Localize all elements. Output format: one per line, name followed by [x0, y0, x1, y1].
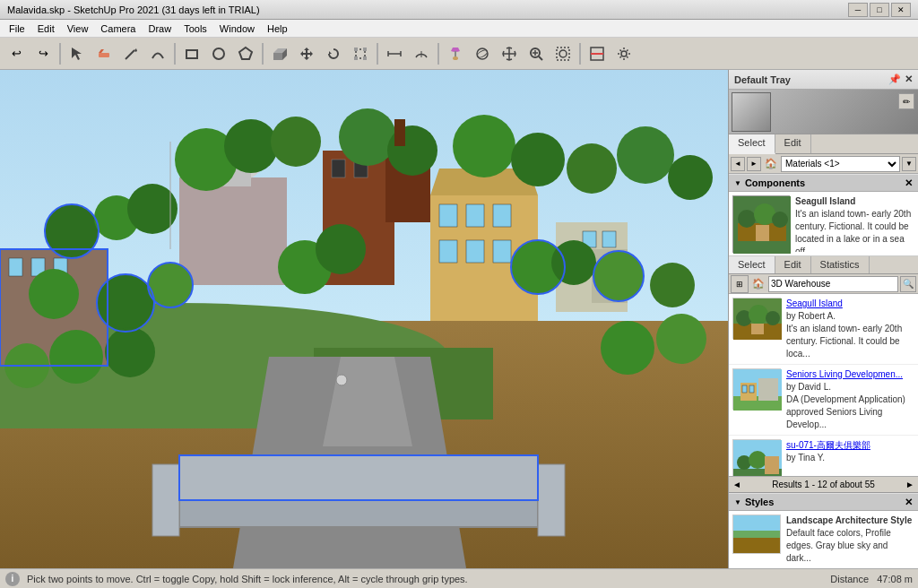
materials-dropdown[interactable]: Materials <1> — [781, 156, 900, 172]
toolbar-paint[interactable] — [443, 41, 468, 66]
comp-author-3: by Tina Y. — [786, 453, 825, 463]
prev-page-icon[interactable]: ◄ — [732, 480, 741, 489]
svg-line-25 — [539, 56, 542, 60]
tab-edit[interactable]: Edit — [775, 134, 811, 153]
main-area: Default Tray 📌 ✕ ✏ Select Edit ◄ ► — [0, 70, 918, 568]
toolbar-redo[interactable]: ↪ — [30, 41, 56, 66]
toolbar-sep-2 — [174, 43, 176, 65]
toolbar-arc[interactable] — [145, 41, 170, 66]
tab-select[interactable]: Select — [729, 134, 775, 154]
comp-text-1: Seagull Island by Robert A. It's an isla… — [786, 298, 914, 360]
svg-rect-119 — [758, 378, 778, 401]
comp-text-2: Seniors Living Developmen... by David L.… — [786, 368, 914, 431]
components-search-bar: ⊞ 🏠 🔍 — [729, 274, 918, 294]
toolbar-pan[interactable] — [497, 41, 522, 66]
svg-point-93 — [656, 314, 706, 364]
tray-pin-icon[interactable]: 📌 — [888, 74, 901, 85]
components-section-header[interactable]: ▼ Components ✕ — [729, 174, 918, 192]
menu-tools[interactable]: Tools — [178, 22, 212, 36]
svg-point-71 — [224, 119, 278, 173]
toolbar-settings[interactable] — [611, 41, 637, 66]
nav-details-button[interactable]: ▼ — [902, 157, 916, 171]
svg-rect-28 — [557, 48, 569, 60]
results-text: Results 1 - 12 of about 55 — [772, 480, 875, 489]
tray-icons: 📌 ✕ — [888, 74, 913, 85]
menu-window[interactable]: Window — [214, 22, 260, 36]
titlebar-title: Malavida.skp - SketchUp Pro 2021 (31 day… — [7, 4, 260, 15]
toolbar-orbit[interactable] — [470, 41, 495, 66]
nav-forward-button[interactable]: ► — [747, 157, 761, 171]
comp-tab-statistics[interactable]: Statistics — [811, 256, 870, 273]
component-thumbnail — [732, 195, 790, 253]
menu-view[interactable]: View — [62, 22, 94, 36]
list-item[interactable]: su-071-高爾夫俱樂部 by Tina Y. — [729, 436, 918, 476]
menu-file[interactable]: File — [4, 22, 30, 36]
toolbar-zoom[interactable] — [524, 41, 549, 66]
menu-draw[interactable]: Draw — [143, 22, 177, 36]
nav-home-button[interactable]: 🏠 — [763, 156, 779, 172]
toolbar-tape[interactable] — [382, 41, 407, 66]
svg-rect-15 — [363, 56, 367, 60]
search-button[interactable]: 🔍 — [900, 276, 916, 292]
comp-tab-edit[interactable]: Edit — [775, 256, 811, 273]
toolbar-sections[interactable] — [585, 41, 610, 66]
menu-help[interactable]: Help — [262, 22, 293, 36]
toolbar-sep-6 — [579, 43, 581, 65]
tab-select-label: Select — [738, 137, 766, 148]
component-description: Seagull Island It's an island town- earl… — [795, 195, 914, 252]
list-item[interactable]: Seniors Living Developmen... by David L.… — [729, 365, 918, 436]
view-grid-button[interactable]: ⊞ — [731, 275, 749, 293]
comp-thumb-1 — [732, 298, 781, 339]
comp-tab-select[interactable]: Select — [729, 256, 775, 273]
svg-rect-48 — [439, 240, 457, 263]
list-item[interactable]: Seagull Island by Robert A. It's an isla… — [729, 294, 918, 365]
nav-back-button[interactable]: ◄ — [731, 157, 745, 171]
svg-rect-42 — [152, 464, 179, 536]
toolbar-select[interactable] — [65, 41, 90, 66]
toolbar-rectangle[interactable] — [179, 41, 204, 66]
search-home-button[interactable]: 🏠 — [750, 276, 766, 292]
toolbar-sep-4 — [377, 43, 378, 65]
toolbar-move[interactable] — [294, 41, 319, 66]
toolbar-pencil[interactable] — [118, 41, 143, 66]
svg-marker-6 — [239, 48, 252, 59]
next-page-icon[interactable]: ► — [905, 480, 914, 489]
svg-point-92 — [601, 321, 654, 375]
styles-section-header[interactable]: ▼ Styles ✕ — [729, 493, 918, 511]
toolbar-scale[interactable] — [348, 41, 373, 66]
toolbar-pushpull[interactable] — [267, 41, 292, 66]
svg-point-29 — [559, 50, 567, 57]
comp-author-1: by Robert A. — [786, 311, 836, 321]
toolbar-protractor[interactable] — [409, 41, 434, 66]
svg-point-103 — [336, 375, 347, 385]
components-close-icon[interactable]: ✕ — [905, 177, 913, 189]
menu-edit[interactable]: Edit — [32, 22, 60, 36]
styles-header-left: ▼ Styles — [734, 497, 774, 507]
svg-rect-12 — [354, 48, 358, 51]
styles-close-icon[interactable]: ✕ — [905, 497, 913, 508]
svg-rect-14 — [354, 56, 358, 60]
svg-line-2 — [126, 50, 134, 59]
minimize-button[interactable]: ─ — [848, 3, 868, 17]
right-panel: Default Tray 📌 ✕ ✏ Select Edit ◄ ► — [728, 70, 918, 568]
tray-header: Default Tray 📌 ✕ — [729, 70, 918, 90]
toolbar-eraser[interactable] — [91, 41, 117, 66]
sample-icon[interactable]: ✏ — [898, 93, 914, 109]
3d-viewport[interactable] — [0, 70, 728, 568]
toolbar-zoom-extents[interactable] — [550, 41, 576, 66]
menu-camera[interactable]: Camera — [95, 22, 141, 36]
toolbar-polygon[interactable] — [233, 41, 258, 66]
component-list: Seagull Island by Robert A. It's an isla… — [729, 294, 918, 476]
search-input[interactable] — [768, 276, 898, 292]
svg-rect-45 — [439, 204, 457, 227]
close-button[interactable]: ✕ — [891, 3, 911, 17]
toolbar-rotate[interactable] — [321, 41, 346, 66]
svg-point-72 — [271, 117, 321, 167]
toolbar-circle[interactable] — [206, 41, 231, 66]
tray-close-icon[interactable]: ✕ — [905, 74, 913, 85]
svg-rect-61 — [602, 231, 616, 247]
maximize-button[interactable]: □ — [870, 3, 889, 17]
svg-rect-13 — [363, 48, 367, 51]
svg-rect-46 — [466, 204, 484, 227]
toolbar-undo[interactable]: ↩ — [4, 41, 29, 66]
